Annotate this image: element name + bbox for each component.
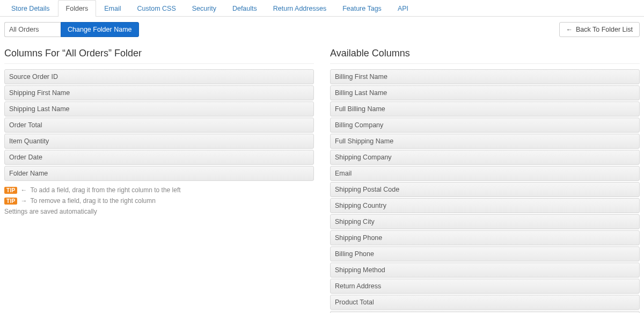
available-column-item[interactable]: Return Address — [330, 279, 640, 294]
available-column-item[interactable]: Email — [330, 166, 640, 181]
available-column-item[interactable]: Shipping Method — [330, 263, 640, 278]
tip-remove-row: TIP → To remove a field, drag it to the … — [4, 197, 314, 205]
available-column-item[interactable]: Shipping Phone — [330, 230, 640, 245]
available-column-item[interactable]: Shipping Country — [330, 198, 640, 213]
available-column-item[interactable]: Billing Company — [330, 118, 640, 133]
available-column-item[interactable]: Billing Phone — [330, 246, 640, 261]
tab-folders[interactable]: Folders — [58, 0, 97, 17]
tip-badge: TIP — [4, 198, 17, 205]
tab-security[interactable]: Security — [184, 0, 224, 17]
tab-return-addresses[interactable]: Return Addresses — [265, 0, 334, 17]
available-column-item[interactable]: Shipping Company — [330, 150, 640, 165]
main-columns: Columns For “All Orders” Folder Source O… — [0, 40, 644, 313]
tab-store-details[interactable]: Store Details — [3, 0, 58, 17]
arrow-left-icon: ← — [20, 186, 27, 194]
settings-tabs: Store DetailsFoldersEmailCustom CSSSecur… — [0, 0, 644, 17]
available-columns-heading: Available Columns — [330, 48, 640, 64]
selected-column-item[interactable]: Shipping First Name — [4, 85, 314, 100]
tips: TIP ← To add a field, drag it from the r… — [4, 186, 314, 215]
auto-save-note: Settings are saved automatically — [4, 208, 314, 215]
available-column-item[interactable]: Billing Last Name — [330, 85, 640, 100]
available-columns-list[interactable]: Billing First NameBilling Last NameFull … — [330, 69, 640, 313]
available-column-item[interactable]: Shipping Postal Code — [330, 182, 640, 197]
arrow-left-icon: ← — [566, 26, 573, 33]
selected-column-item[interactable]: Order Total — [4, 118, 314, 133]
selected-column-item[interactable]: Source Order ID — [4, 69, 314, 84]
tip-badge: TIP — [4, 187, 17, 194]
tab-email[interactable]: Email — [96, 0, 129, 17]
available-column-item[interactable]: Product Total — [330, 295, 640, 310]
folder-toolbar: Change Folder Name ← Back To Folder List — [0, 17, 644, 40]
tip-remove-text: To remove a field, drag it to the right … — [30, 197, 155, 205]
back-button-label: Back To Folder List — [576, 26, 633, 33]
selected-column-item[interactable]: Item Quantity — [4, 134, 314, 149]
back-to-folder-list-button[interactable]: ← Back To Folder List — [559, 22, 640, 37]
change-folder-name-button[interactable]: Change Folder Name — [61, 22, 139, 37]
tip-add-text: To add a field, drag it from the right c… — [30, 186, 180, 194]
selected-column-item[interactable]: Shipping Last Name — [4, 101, 314, 117]
selected-columns-panel: Columns For “All Orders” Folder Source O… — [4, 43, 314, 313]
arrow-right-icon: → — [20, 197, 27, 205]
available-column-item[interactable]: Full Billing Name — [330, 101, 640, 117]
available-column-item[interactable]: Billing First Name — [330, 69, 640, 84]
tip-add-row: TIP ← To add a field, drag it from the r… — [4, 186, 314, 194]
available-column-item[interactable]: Full Shipping Name — [330, 134, 640, 149]
tab-custom-css[interactable]: Custom CSS — [129, 0, 184, 17]
selected-column-item[interactable]: Order Date — [4, 150, 314, 165]
available-columns-panel: Available Columns Billing First NameBill… — [330, 43, 640, 313]
tab-feature-tags[interactable]: Feature Tags — [334, 0, 390, 17]
selected-columns-heading: Columns For “All Orders” Folder — [4, 48, 314, 64]
page-root: Store DetailsFoldersEmailCustom CSSSecur… — [0, 0, 644, 313]
folder-name-input[interactable] — [4, 22, 61, 37]
selected-columns-list[interactable]: Source Order IDShipping First NameShippi… — [4, 69, 314, 181]
available-column-item[interactable]: Shipping Total — [330, 311, 640, 313]
available-column-item[interactable]: Shipping City — [330, 214, 640, 229]
tab-defaults[interactable]: Defaults — [224, 0, 265, 17]
selected-column-item[interactable]: Folder Name — [4, 166, 314, 181]
tab-api[interactable]: API — [390, 0, 416, 17]
